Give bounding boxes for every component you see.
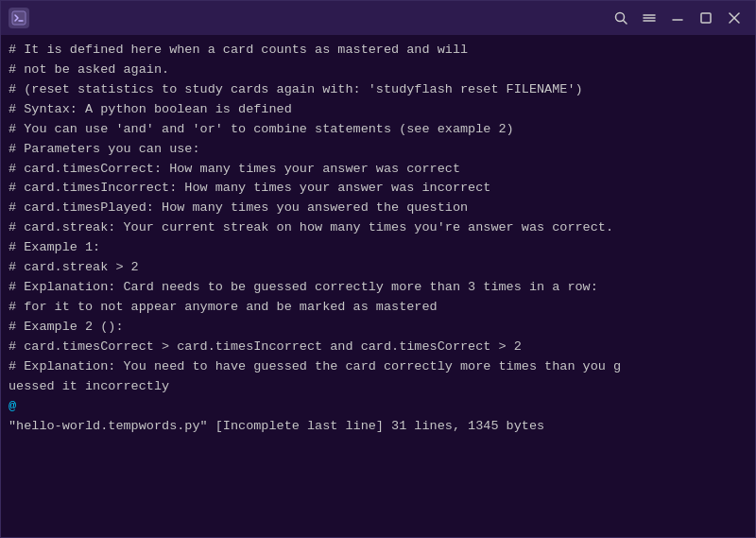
terminal-line: # card.timesIncorrect: How many times yo… — [9, 179, 747, 199]
terminal-window: # It is defined here when a card counts … — [0, 0, 756, 538]
terminal-line: # not be asked again. — [9, 61, 747, 80]
terminal-line: # It is defined here when a card counts … — [9, 41, 747, 61]
title-bar — [1, 1, 755, 35]
title-bar-controls — [608, 5, 747, 31]
status-bar: "hello-world.tempwords.py" [Incomplete l… — [9, 417, 747, 437]
terminal-line: uessed it incorrectly — [9, 377, 747, 397]
terminal-line: # card.streak: Your current streak on ho… — [9, 218, 747, 238]
terminal-line: # Explanation: Card needs to be guessed … — [9, 278, 747, 298]
terminal-line: # for it to not appear anymore and be ma… — [9, 298, 747, 318]
terminal-line: # Parameters you can use: — [9, 140, 747, 160]
search-button[interactable] — [608, 5, 634, 31]
maximize-button[interactable] — [693, 5, 719, 31]
svg-rect-8 — [701, 13, 711, 23]
terminal-content[interactable]: # It is defined here when a card counts … — [1, 35, 755, 537]
terminal-line: # Syntax: A python boolean is defined — [9, 100, 747, 120]
terminal-line: # Example 1: — [9, 238, 747, 258]
terminal-line: # card.timesCorrect: How many times your… — [9, 160, 747, 180]
title-bar-left — [9, 8, 29, 28]
terminal-line: # card.timesPlayed: How many times you a… — [9, 199, 747, 218]
svg-line-3 — [624, 21, 627, 25]
terminal-line: # (reset statistics to study cards again… — [9, 80, 747, 100]
terminal-icon — [9, 8, 29, 28]
terminal-line: # Example 2 (): — [9, 318, 747, 338]
terminal-line: # card.streak > 2 — [9, 258, 747, 278]
close-button[interactable] — [721, 5, 747, 31]
terminal-line: # card.timesCorrect > card.timesIncorrec… — [9, 338, 747, 357]
menu-button[interactable] — [636, 5, 662, 31]
svg-rect-0 — [12, 11, 26, 25]
terminal-line: @ — [9, 397, 747, 417]
terminal-line: # You can use 'and' and 'or' to combine … — [9, 120, 747, 140]
terminal-line: # Explanation: You need to have guessed … — [9, 357, 747, 377]
minimize-button[interactable] — [664, 5, 691, 31]
